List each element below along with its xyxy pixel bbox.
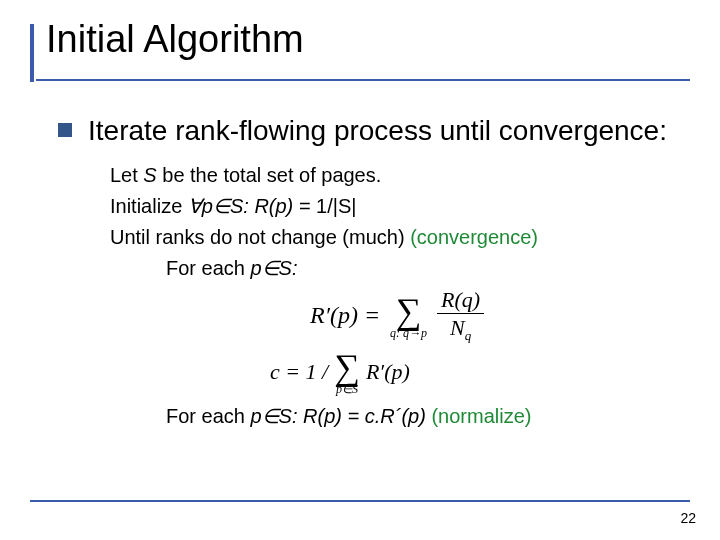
algo-line-4: For each p∈S:: [110, 253, 680, 284]
page-number: 22: [680, 510, 696, 526]
algo-text: Until ranks do not change (much): [110, 226, 410, 248]
formula-lhs: R′(p) =: [310, 297, 380, 334]
fraction-numerator: R(q): [437, 288, 484, 311]
algo-expr: ∀p∈S: R(p) =: [188, 195, 316, 217]
algo-note-normalize: (normalize): [426, 405, 532, 427]
algo-expr: p∈S: R(p) = c.R´(p): [250, 405, 425, 427]
sum2-term: R′(p): [366, 355, 410, 389]
algo-var-S: S: [143, 164, 156, 186]
title-accent-bar: [30, 24, 34, 82]
title-block: Initial Algorithm: [30, 18, 690, 81]
bullet-square-icon: [58, 123, 72, 137]
algo-note-convergence: (convergence): [410, 226, 538, 248]
sum-symbol: ∑ q: q→p: [390, 293, 427, 339]
sum2-subscript: p∈S: [336, 383, 358, 395]
title-underline: [36, 79, 690, 81]
sigma-icon: ∑: [334, 349, 360, 385]
slide-body: Iterate rank-flowing process until conve…: [30, 81, 690, 432]
algo-line-1: Let S be the total set of pages.: [110, 160, 680, 191]
formula-c: c = 1 / ∑ p∈S R′(p): [270, 349, 680, 395]
algo-text: For each p∈S:: [166, 257, 298, 279]
algo-text: Initialize: [110, 195, 188, 217]
algo-text: be the total set of pages.: [157, 164, 382, 186]
algo-text: Let: [110, 164, 143, 186]
sum-symbol-2: ∑ p∈S: [334, 349, 360, 395]
algo-line-5: For each p∈S: R(p) = c.R´(p) (normalize): [110, 401, 680, 432]
den-sub: q: [465, 328, 472, 343]
bullet-item: Iterate rank-flowing process until conve…: [58, 113, 680, 148]
den-N: N: [450, 315, 465, 340]
sigma-icon: ∑: [396, 293, 422, 329]
bottom-rule: [30, 500, 690, 502]
algo-line-2: Initialize ∀p∈S: R(p) = 1/|S|: [110, 191, 680, 222]
algo-text: 1/|S|: [316, 195, 356, 217]
fraction-bar: [437, 313, 484, 314]
slide: Initial Algorithm Iterate rank-flowing p…: [0, 0, 720, 540]
algo-text: For each: [166, 405, 250, 427]
formula-rprime: R′(p) = ∑ q: q→p R(q) Nq: [310, 288, 680, 343]
bullet-text: Iterate rank-flowing process until conve…: [88, 113, 667, 148]
fraction-denominator: Nq: [446, 316, 475, 343]
formula-block: R′(p) = ∑ q: q→p R(q) Nq c = 1 /: [110, 284, 680, 401]
sum-subscript: q: q→p: [390, 327, 427, 339]
fraction: R(q) Nq: [437, 288, 484, 343]
c-lhs: c = 1 /: [270, 355, 328, 389]
algo-line-3: Until ranks do not change (much) (conver…: [110, 222, 680, 253]
slide-title: Initial Algorithm: [36, 18, 690, 75]
algorithm-block: Let S be the total set of pages. Initial…: [58, 148, 680, 432]
